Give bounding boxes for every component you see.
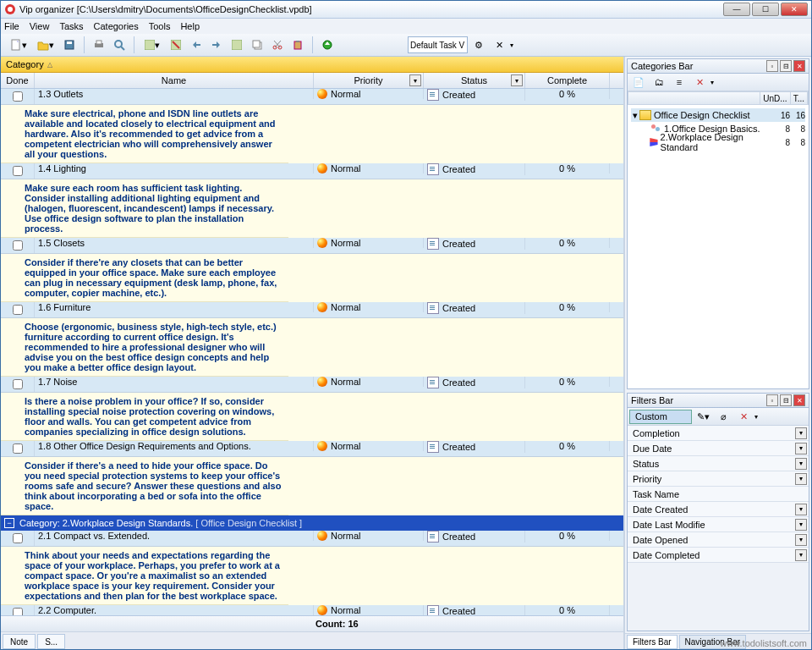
done-checkbox[interactable] <box>13 305 23 315</box>
filter-row[interactable]: Completion▾ <box>628 426 809 441</box>
menu-view[interactable]: View <box>30 21 50 31</box>
dropdown-icon[interactable]: ▾ <box>795 473 807 485</box>
panel-pin-icon[interactable]: ⊟ <box>780 394 792 406</box>
col-done[interactable]: Done <box>1 73 35 88</box>
close-button[interactable]: ✕ <box>781 3 808 16</box>
tab-filters-bar[interactable]: Filters Bar <box>627 635 678 649</box>
done-checkbox[interactable] <box>13 533 23 543</box>
task-row[interactable]: 1.7 Noise Normal Created 0 % <box>1 377 623 393</box>
dropdown-icon[interactable]: ▾ <box>710 79 714 86</box>
cat-tree-icon[interactable]: 🗂 <box>650 73 668 91</box>
filter-apply-icon[interactable]: ✎▾ <box>694 407 712 426</box>
edit-icon[interactable] <box>228 36 246 54</box>
col-name[interactable]: Name <box>35 73 314 88</box>
filter-row[interactable]: Date Completed▾ <box>628 548 809 563</box>
filter-del-icon[interactable]: ✕ <box>734 407 753 426</box>
undo-icon[interactable] <box>187 36 206 54</box>
dropdown-icon[interactable]: ▾ <box>511 74 523 86</box>
done-checkbox[interactable] <box>13 166 23 176</box>
dropdown-icon[interactable]: ▾ <box>409 74 421 86</box>
filter-apply-icon[interactable]: ⚙ <box>469 36 488 54</box>
filter-row[interactable]: Date Opened▾ <box>628 532 809 548</box>
task-row[interactable]: 2.2 Computer. Normal Created 0 % <box>1 605 623 615</box>
open-icon[interactable]: ▾ <box>33 36 58 54</box>
tree-item[interactable]: 2.Workplace Design Standard88 <box>631 135 805 149</box>
panel-dock-icon[interactable]: ▫ <box>766 60 778 72</box>
dropdown-icon[interactable]: ▾ <box>795 534 807 546</box>
print-icon[interactable] <box>90 36 108 54</box>
redo-icon[interactable] <box>207 36 226 54</box>
col-status[interactable]: Status▾ <box>424 73 525 88</box>
category-group-header[interactable]: Category△ <box>1 57 623 73</box>
tree-item[interactable]: ▾Office Design Checklist1616 <box>631 108 805 122</box>
dropdown-icon[interactable]: ▾ <box>795 458 807 470</box>
done-checkbox[interactable] <box>13 379 23 389</box>
priority-icon <box>317 302 327 312</box>
col-priority[interactable]: Priority▾ <box>314 73 424 88</box>
dropdown-icon[interactable]: ▾ <box>754 413 758 421</box>
view-filter-input[interactable] <box>408 36 468 53</box>
filter-row[interactable]: Date Last Modifie▾ <box>628 517 809 532</box>
task-complete: 0 % <box>525 377 610 387</box>
preview-icon[interactable] <box>110 36 129 54</box>
done-checkbox[interactable] <box>13 443 23 454</box>
task-complete: 0 % <box>525 441 610 451</box>
dropdown-icon[interactable]: ▾ <box>795 549 807 561</box>
dropdown-icon[interactable]: ▾ <box>795 443 807 454</box>
maximize-button[interactable]: ☐ <box>752 3 779 16</box>
menu-tasks[interactable]: Tasks <box>59 21 83 31</box>
copy-icon[interactable] <box>248 36 266 54</box>
dropdown-icon[interactable]: ▾ <box>795 519 807 531</box>
refresh-icon[interactable] <box>318 36 337 54</box>
svg-rect-6 <box>96 41 102 44</box>
col-complete[interactable]: Complete <box>525 73 610 88</box>
grid-body[interactable]: 1.3 Outlets Normal Created 0 % Make sure… <box>1 89 623 615</box>
task-new-icon[interactable]: ▾ <box>140 36 165 54</box>
filter-row[interactable]: Due Date▾ <box>628 441 809 456</box>
panel-close-icon[interactable]: ✕ <box>793 60 805 72</box>
dropdown-icon[interactable]: ▾ <box>795 427 807 439</box>
tab-s[interactable]: S... <box>37 634 65 649</box>
task-row[interactable]: 1.4 Lighting Normal Created 0 % <box>1 163 623 179</box>
filter-custom[interactable]: Custom <box>629 410 692 424</box>
task-row[interactable]: 1.3 Outlets Normal Created 0 % <box>1 89 623 105</box>
minimize-button[interactable]: — <box>723 3 750 16</box>
cat-list-icon[interactable]: ≡ <box>670 73 689 91</box>
expand-icon[interactable]: ▾ <box>631 110 639 121</box>
done-checkbox[interactable] <box>13 240 23 251</box>
task-row[interactable]: 1.8 Other Office Design Requirements and… <box>1 441 623 457</box>
col-t[interactable]: T... <box>791 92 808 104</box>
filter-row[interactable]: Task Name <box>628 487 809 502</box>
task-note: Consider if there's a need to hide your … <box>1 457 288 515</box>
menu-categories[interactable]: Categories <box>94 21 139 31</box>
filter-clear-icon[interactable]: ✕ <box>490 36 508 54</box>
cat-new-icon[interactable]: 📄 <box>629 73 648 91</box>
cat-del-icon[interactable]: ✕ <box>690 73 709 91</box>
menu-help[interactable]: Help <box>180 21 200 31</box>
group-header[interactable]: −Category: 2.Workplace Design Standards.… <box>1 515 623 531</box>
new-doc-icon[interactable]: ▾ <box>6 36 31 54</box>
task-row[interactable]: 1.6 Furniture Normal Created 0 % <box>1 302 623 318</box>
filter-row[interactable]: Date Created▾ <box>628 502 809 517</box>
dropdown-icon[interactable]: ▾ <box>510 41 513 49</box>
filter-row[interactable]: Status▾ <box>628 456 809 471</box>
save-icon[interactable] <box>60 36 79 54</box>
task-row[interactable]: 2.1 Compact vs. Extended. Normal Created… <box>1 531 623 547</box>
panel-pin-icon[interactable]: ⊟ <box>780 60 792 72</box>
panel-dock-icon[interactable]: ▫ <box>766 394 778 406</box>
cut-icon[interactable] <box>268 36 287 54</box>
task-delete-icon[interactable] <box>167 36 185 54</box>
done-checkbox[interactable] <box>13 608 23 615</box>
dropdown-icon[interactable]: ▾ <box>795 504 807 515</box>
tab-note[interactable]: Note <box>3 634 36 649</box>
filter-row[interactable]: Priority▾ <box>628 471 809 487</box>
paste-icon[interactable] <box>288 36 307 54</box>
menu-tools[interactable]: Tools <box>149 21 171 31</box>
collapse-icon[interactable]: − <box>4 518 14 528</box>
filter-clear-icon[interactable]: ⌀ <box>714 407 732 426</box>
col-und[interactable]: UnD... <box>760 92 790 104</box>
done-checkbox[interactable] <box>13 91 23 102</box>
panel-close-icon[interactable]: ✕ <box>793 394 805 406</box>
menu-file[interactable]: File <box>4 21 19 31</box>
task-row[interactable]: 1.5 Closets Normal Created 0 % <box>1 238 623 254</box>
